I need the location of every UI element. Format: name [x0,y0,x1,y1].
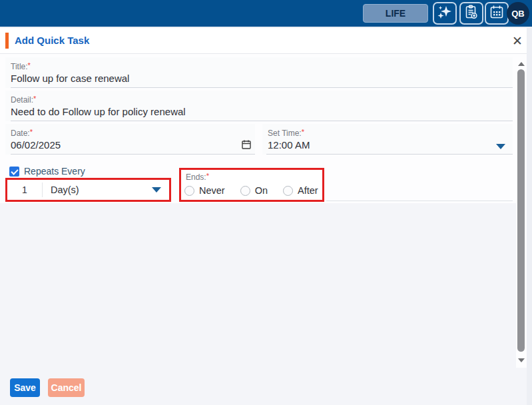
repeats-every-checkbox[interactable] [9,167,19,177]
required-asterisk: * [206,172,209,180]
dialog-header: Add Quick Task ✕ [0,28,527,54]
dialog-title: Add Quick Task [15,35,89,46]
ends-radio-group: Never On After [184,185,318,196]
title-field-underline [11,87,513,88]
calendar-icon [489,4,505,23]
dialog-body-empty-area [0,203,527,405]
calendar-button[interactable] [485,2,509,25]
detail-field-label: Detail:* [11,95,36,105]
interval-number-input[interactable]: 1 [7,185,42,195]
radio-on[interactable] [240,186,250,196]
ends-label: Ends:* [186,172,209,182]
date-field-input[interactable]: 06/02/2025 [11,139,61,151]
interval-unit-caret-icon [152,187,161,193]
sparkles-button[interactable] [433,2,457,25]
top-bar: LIFE [0,0,532,27]
title-field-input[interactable]: Follow up for case renewal [11,73,129,84]
radio-on-label[interactable]: On [255,185,268,196]
radio-after-label[interactable]: After [298,185,318,196]
radio-after[interactable] [283,186,293,196]
required-asterisk: * [33,95,36,103]
detail-field-input[interactable]: Need to do Follow up for policy renewal [11,106,186,117]
close-icon[interactable]: ✕ [509,32,526,49]
required-asterisk: * [30,128,33,136]
save-button[interactable]: Save [10,378,40,397]
date-field-underline [11,154,255,155]
date-picker-icon[interactable] [241,139,252,150]
add-task-button[interactable] [459,2,483,25]
scrollbar-down-arrow-icon[interactable] [518,358,525,362]
set-time-select[interactable]: 12:00 AM [268,139,310,151]
set-time-field-label: Set Time:* [268,128,304,138]
ends-row-underline [326,201,513,201]
date-field-label: Date:* [11,128,33,138]
add-quick-task-dialog: Add Quick Task ✕ Title:* Follow up for c… [0,28,527,405]
life-module-button[interactable]: LIFE [363,4,428,23]
scrollbar-up-arrow-icon[interactable] [518,62,525,66]
repeats-every-label[interactable]: Repeats Every [24,166,85,177]
ends-highlight-box: Ends:* Never On After [179,168,324,202]
interval-unit-select[interactable]: Day(s) [43,185,169,195]
header-accent-bar [5,33,9,49]
sparkles-icon [437,4,453,23]
interval-unit-value: Day(s) [51,185,79,195]
radio-never[interactable] [184,186,194,196]
ends-option-never[interactable]: Never [184,185,225,196]
clipboard-add-icon [463,4,479,23]
set-time-field-underline [266,154,513,155]
required-asterisk: * [28,61,31,69]
scrollbar-thumb[interactable] [517,69,525,352]
ends-option-after[interactable]: After [283,185,318,196]
detail-field-underline [11,121,513,121]
ends-option-on[interactable]: On [240,185,268,196]
required-asterisk: * [302,128,304,136]
set-time-caret-icon[interactable] [496,144,505,149]
title-field-label: Title:* [11,61,31,71]
cancel-button[interactable]: Cancel [48,378,85,397]
vertical-scrollbar[interactable] [516,57,527,368]
radio-never-label[interactable]: Never [199,185,225,196]
repeat-interval-highlight-box: 1 Day(s) [5,178,171,202]
user-avatar[interactable]: QB [507,2,529,25]
